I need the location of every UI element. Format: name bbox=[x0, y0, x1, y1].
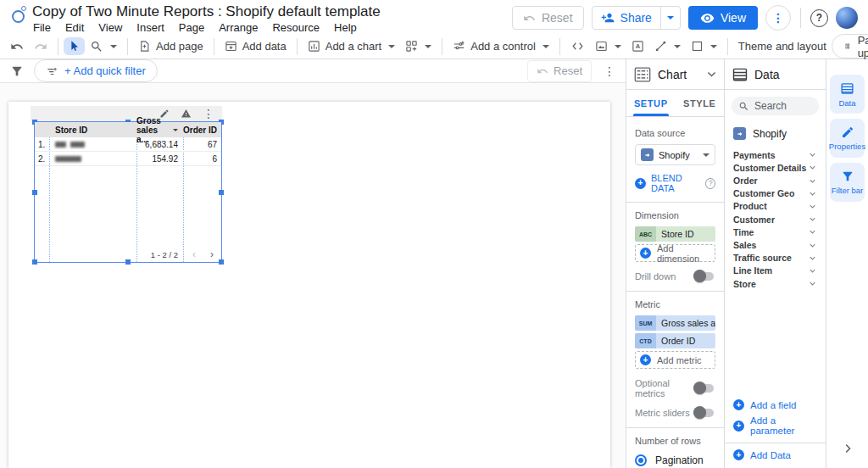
help-button[interactable]: ? bbox=[810, 9, 828, 27]
rail-filter-bar-button[interactable]: Filter bar bbox=[830, 163, 865, 202]
insert-shape-button[interactable] bbox=[686, 37, 722, 55]
menu-view[interactable]: View bbox=[98, 21, 122, 34]
pagination-next-icon[interactable]: › bbox=[210, 249, 214, 259]
menu-bar: File Edit View Insert Page Arrange Resou… bbox=[33, 21, 357, 34]
filter-reset-button[interactable]: Reset bbox=[527, 60, 592, 82]
optional-metrics-row: Optional metrics bbox=[635, 378, 715, 398]
chart-type-label: Chart bbox=[658, 68, 687, 81]
metric-label: Metric bbox=[635, 299, 715, 309]
data-source-select[interactable]: Shopify bbox=[635, 144, 715, 165]
insert-line-button[interactable] bbox=[649, 37, 686, 55]
resize-handle[interactable] bbox=[125, 259, 131, 265]
field-group-traffic-source[interactable]: Traffic source bbox=[725, 252, 826, 265]
field-group-customer-details[interactable]: Customer Details bbox=[725, 161, 826, 174]
resize-handle[interactable] bbox=[32, 259, 37, 265]
resize-handle[interactable] bbox=[219, 190, 224, 195]
chevron-down-icon bbox=[808, 279, 817, 288]
row-number: 1. bbox=[35, 140, 49, 149]
connector-icon bbox=[641, 148, 654, 161]
tab-style[interactable]: STYLE bbox=[676, 90, 725, 116]
field-group-product[interactable]: Product bbox=[725, 200, 826, 213]
search-icon bbox=[738, 101, 749, 112]
column-header-order-id[interactable]: Order ID bbox=[183, 125, 223, 135]
share-dropdown-button[interactable] bbox=[660, 7, 680, 29]
add-a-field-button[interactable]: + Add a field bbox=[725, 397, 826, 413]
field-group-store[interactable]: Store bbox=[725, 277, 826, 290]
tab-setup[interactable]: SETUP bbox=[626, 90, 676, 116]
metric-chip-order-id[interactable]: CTD Order ID bbox=[635, 333, 715, 348]
add-data-button[interactable]: Add data bbox=[220, 37, 292, 55]
chevron-down-icon[interactable] bbox=[706, 69, 717, 80]
insert-image-button[interactable] bbox=[590, 37, 626, 55]
view-button[interactable]: View bbox=[688, 6, 758, 30]
rail-data-button[interactable]: Data bbox=[830, 75, 865, 114]
pagination-prev-icon[interactable]: ‹ bbox=[192, 249, 196, 259]
menu-help[interactable]: Help bbox=[334, 21, 357, 34]
add-chart-button[interactable]: Add a chart bbox=[303, 37, 401, 55]
field-group-customer-geo[interactable]: Customer Geo bbox=[725, 187, 826, 200]
add-page-button[interactable]: Add page bbox=[133, 37, 209, 55]
field-group-customer[interactable]: Customer bbox=[725, 213, 826, 226]
field-group-payments[interactable]: Payments bbox=[725, 148, 826, 161]
menu-insert[interactable]: Insert bbox=[136, 21, 164, 34]
data-source-row[interactable]: Shopify bbox=[725, 124, 826, 148]
add-a-parameter-button[interactable]: + Add a parameter bbox=[725, 413, 826, 438]
data-panel: Data Search Shopify Payments Customer De… bbox=[725, 59, 826, 468]
reset-button[interactable]: Reset bbox=[512, 6, 584, 30]
column-header-store-id[interactable]: Store ID bbox=[49, 125, 136, 135]
add-data-icon bbox=[225, 40, 237, 53]
pause-updates-button[interactable]: Pause updates bbox=[832, 34, 868, 58]
plus-circle-icon: + bbox=[635, 178, 646, 189]
divider bbox=[127, 38, 128, 55]
resize-handle[interactable] bbox=[219, 259, 224, 265]
theme-and-layout-button[interactable]: Theme and layout bbox=[733, 37, 832, 55]
component-more-options-icon[interactable]: ⋮ bbox=[203, 108, 214, 120]
help-circle-icon[interactable]: ? bbox=[705, 178, 715, 189]
share-button[interactable]: Share bbox=[593, 7, 660, 29]
field-group-time[interactable]: Time bbox=[725, 226, 826, 238]
add-metric-button[interactable]: + Add metric bbox=[635, 351, 715, 369]
resize-handle[interactable] bbox=[32, 190, 37, 195]
add-dimension-button[interactable]: + Add dimension bbox=[635, 244, 715, 262]
divider bbox=[800, 8, 801, 28]
insert-text-button[interactable]: A bbox=[626, 37, 649, 55]
drill-down-toggle[interactable] bbox=[694, 272, 714, 281]
redo-button[interactable] bbox=[29, 37, 53, 56]
grid-add-icon bbox=[405, 40, 418, 53]
community-visualizations-button[interactable] bbox=[400, 37, 437, 55]
menu-arrange[interactable]: Arrange bbox=[219, 21, 258, 34]
dimension-chip-store-id[interactable]: ABC Store ID bbox=[635, 226, 715, 242]
field-group-line-item[interactable]: Line Item bbox=[725, 265, 826, 277]
menu-file[interactable]: File bbox=[33, 21, 51, 34]
menu-resource[interactable]: Resource bbox=[272, 21, 320, 34]
looker-studio-logo-icon[interactable] bbox=[11, 6, 28, 23]
field-search-input[interactable]: Search bbox=[732, 97, 819, 115]
metric-chip-gross-sales[interactable]: SUM Gross sales amount bbox=[635, 315, 715, 331]
undo-button[interactable] bbox=[5, 37, 29, 56]
optional-metrics-toggle[interactable] bbox=[694, 384, 714, 393]
filter-more-options-button[interactable]: ⋮ bbox=[604, 65, 615, 77]
menu-page[interactable]: Page bbox=[179, 21, 204, 34]
collapse-panel-chevron-icon[interactable] bbox=[842, 443, 854, 454]
caret-down-icon bbox=[615, 45, 621, 48]
user-avatar[interactable] bbox=[836, 7, 858, 29]
rail-properties-button[interactable]: Properties bbox=[830, 119, 865, 158]
embed-url-button[interactable] bbox=[565, 37, 590, 55]
report-title[interactable]: Copy of Two Minute Reports : Shopify def… bbox=[32, 3, 381, 20]
row-option-pagination[interactable]: Pagination bbox=[635, 454, 715, 466]
blend-data-button[interactable]: + BLEND DATA ? bbox=[635, 173, 715, 193]
report-page[interactable]: ⋮ Store ID Gross s bbox=[8, 102, 610, 468]
field-group-sales[interactable]: Sales bbox=[725, 238, 826, 251]
field-group-order[interactable]: Order bbox=[725, 174, 826, 187]
plus-circle-icon: + bbox=[733, 449, 744, 460]
menu-edit[interactable]: Edit bbox=[65, 21, 84, 34]
selected-table-chart[interactable]: Store ID Gross sales a... Order ID 1. 6,… bbox=[34, 121, 222, 263]
select-tool-button[interactable] bbox=[64, 37, 85, 55]
add-data-button-panel[interactable]: + Add Data bbox=[725, 448, 826, 468]
zoom-tool-button[interactable] bbox=[85, 37, 122, 56]
more-options-button[interactable]: ⋮ bbox=[765, 5, 791, 31]
add-control-button[interactable]: Add a control bbox=[448, 37, 554, 55]
add-quick-filter-button[interactable]: + Add quick filter bbox=[34, 59, 158, 82]
cursor-icon bbox=[68, 40, 81, 53]
metric-sliders-toggle[interactable] bbox=[694, 409, 714, 417]
